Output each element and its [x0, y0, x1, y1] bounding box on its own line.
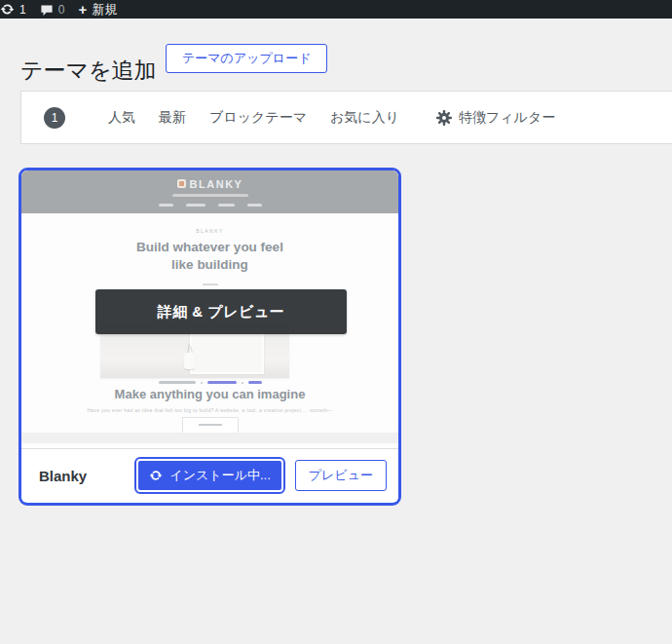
preview-hero-heading: Build whatever you feel like building [21, 239, 398, 274]
preview-readmore-button [182, 417, 239, 434]
preview-divider [203, 284, 218, 285]
tab-favorites[interactable]: お気に入り [330, 109, 399, 127]
filter-tabs: 人気 最新 ブロックテーマ お気に入り [108, 109, 399, 127]
plus-icon: + [78, 2, 87, 17]
preview-tagline-placeholder [172, 194, 248, 197]
preview-footer-band [21, 433, 398, 443]
preview-photo-frame [190, 329, 264, 374]
spinner-icon [149, 469, 163, 482]
page-title: テーマを追加 [20, 58, 157, 83]
admin-bar-new-label: 新規 [92, 1, 117, 19]
comments-count: 0 [58, 3, 65, 17]
admin-bar-comments[interactable]: 0 [33, 0, 72, 19]
preview-post-excerpt: Have you ever had an idea that felt too … [21, 407, 398, 413]
admin-bar-new[interactable]: + 新規 [71, 0, 124, 19]
preview-logo-icon [177, 179, 186, 188]
preview-site-logo: BLANKY [177, 178, 243, 190]
feature-filter-button[interactable]: 特徴フィルター [436, 109, 555, 127]
update-icon [0, 2, 15, 17]
theme-name: Blanky [39, 468, 136, 484]
preview-button[interactable]: プレビュー [295, 460, 387, 491]
admin-bar: 1 0 + 新規 [0, 0, 672, 19]
install-button[interactable]: インストール中... [136, 459, 282, 492]
theme-card-footer: Blanky インストール中... プレビュー [21, 449, 398, 502]
details-preview-overlay-button[interactable]: 詳細 & プレビュー [95, 289, 347, 334]
theme-card-blanky: BLANKY BLANKY Build whatever you feel li… [19, 168, 401, 506]
tab-popular[interactable]: 人気 [108, 109, 135, 127]
install-button-label: インストール中... [169, 467, 270, 484]
upload-theme-button[interactable]: テーマのアップロード [166, 44, 327, 73]
gear-icon [436, 110, 452, 126]
theme-screenshot[interactable]: BLANKY BLANKY Build whatever you feel li… [21, 170, 398, 449]
tab-latest[interactable]: 最新 [159, 109, 186, 127]
theme-count-badge: 1 [44, 107, 65, 129]
feature-filter-label: 特徴フィルター [459, 109, 555, 127]
preview-post-heading: Make anything you can imagine [21, 387, 398, 401]
preview-nav-placeholder [159, 204, 262, 207]
comment-icon [40, 3, 54, 17]
theme-filter-bar: 1 人気 最新 ブロックテーマ お気に入り 特徴フィルター [20, 91, 672, 144]
preview-hero-kicker: BLANKY [21, 228, 398, 234]
preview-post-meta-placeholder [21, 381, 398, 384]
updates-count: 1 [19, 3, 26, 17]
admin-bar-updates[interactable]: 1 [0, 0, 33, 19]
preview-site-header: BLANKY [21, 170, 398, 213]
preview-photo-vase [184, 353, 195, 369]
tab-block-themes[interactable]: ブロックテーマ [209, 109, 307, 127]
